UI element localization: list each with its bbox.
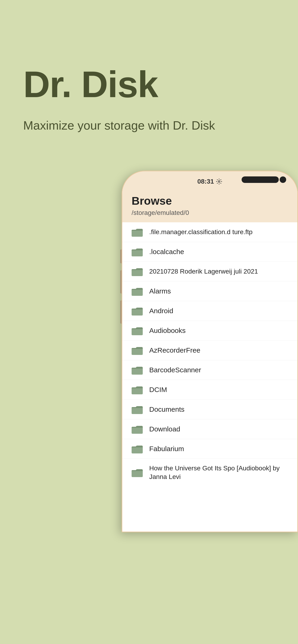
phone-container: 08:31 Browse /storage/emulated/0 — [0, 170, 298, 532]
svg-rect-7 — [132, 348, 143, 355]
svg-rect-12 — [132, 446, 143, 454]
folder-icon — [132, 247, 143, 256]
folder-icon — [132, 444, 143, 454]
file-list: .file.manager.classification.d ture.ftp … — [122, 222, 297, 486]
file-name: Fabularium — [149, 444, 184, 453]
svg-rect-3 — [132, 269, 143, 276]
folder-icon — [132, 306, 143, 316]
folder-icon — [132, 365, 143, 374]
file-item[interactable]: 20210728 Roderik Lagerweij juli 2021 — [122, 262, 297, 282]
file-item[interactable]: Alarms — [122, 282, 297, 301]
file-name: DCIM — [149, 385, 167, 394]
folder-icon — [132, 405, 143, 414]
folder-icon — [132, 385, 143, 394]
svg-rect-9 — [132, 387, 143, 394]
file-item[interactable]: .file.manager.classification.d ture.ftp — [122, 222, 297, 242]
file-item[interactable]: Download — [122, 419, 297, 439]
phone-screen: Browse /storage/emulated/0 .file.manager… — [122, 188, 297, 532]
svg-rect-8 — [132, 368, 143, 374]
browse-path: /storage/emulated/0 — [132, 209, 288, 216]
folder-icon — [132, 468, 143, 477]
file-name: Alarms — [149, 286, 171, 296]
svg-rect-6 — [132, 328, 143, 335]
folder-icon — [132, 424, 143, 434]
file-item[interactable]: Documents — [122, 400, 297, 419]
svg-rect-5 — [132, 308, 143, 316]
file-item[interactable]: Fabularium — [122, 439, 297, 459]
status-time: 08:31 — [197, 178, 214, 185]
app-title: Dr. Disk — [23, 65, 275, 104]
status-bar-area: 08:31 — [122, 171, 297, 188]
folder-icon — [132, 286, 143, 296]
svg-rect-2 — [132, 250, 143, 256]
status-bar: 08:31 — [197, 178, 222, 185]
file-name: Download — [149, 424, 180, 434]
phone-frame: 08:31 Browse /storage/emulated/0 — [122, 170, 298, 532]
file-item[interactable]: BarcodeScanner — [122, 360, 297, 380]
browse-title: Browse — [132, 194, 288, 207]
folder-icon — [132, 228, 143, 237]
file-name: AzRecorderFree — [149, 346, 200, 355]
svg-rect-13 — [132, 470, 143, 477]
folder-icon — [132, 267, 143, 276]
file-item[interactable]: DCIM — [122, 380, 297, 400]
svg-point-0 — [218, 180, 220, 182]
folder-icon — [132, 346, 143, 355]
camera-dot — [280, 176, 286, 183]
svg-rect-1 — [132, 230, 143, 237]
file-name: Audiobooks — [149, 326, 186, 335]
browse-header: Browse /storage/emulated/0 — [122, 188, 297, 222]
svg-rect-4 — [132, 289, 143, 296]
file-name: Android — [149, 306, 173, 315]
file-item[interactable]: How the Universe Got Its Spo [Audiobook]… — [122, 459, 297, 486]
file-item[interactable]: Audiobooks — [122, 321, 297, 340]
svg-rect-10 — [132, 407, 143, 414]
phone-wrapper: 08:31 Browse /storage/emulated/0 — [122, 170, 298, 532]
file-item[interactable]: Android — [122, 301, 297, 321]
svg-rect-11 — [132, 427, 143, 434]
file-name: BarcodeScanner — [149, 365, 201, 374]
file-name: 20210728 Roderik Lagerweij juli 2021 — [149, 267, 258, 276]
file-name: Documents — [149, 405, 184, 414]
notch-pill — [242, 176, 279, 183]
app-subtitle: Maximize your storage with Dr. Disk — [23, 118, 275, 134]
file-name: .localcache — [149, 247, 184, 256]
file-item[interactable]: AzRecorderFree — [122, 340, 297, 360]
hero-section: Dr. Disk Maximize your storage with Dr. … — [0, 0, 298, 152]
settings-icon — [216, 178, 222, 185]
file-name: How the Universe Got Its Spo [Audiobook]… — [149, 464, 288, 482]
file-item[interactable]: .localcache — [122, 242, 297, 262]
folder-icon — [132, 326, 143, 335]
file-name: .file.manager.classification.d ture.ftp — [149, 228, 252, 236]
